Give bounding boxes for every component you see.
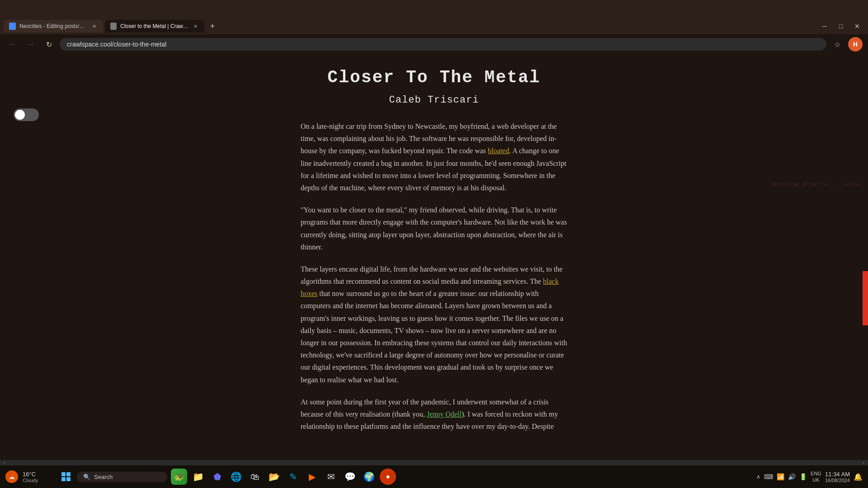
taskbar-icon-app1[interactable]: ⬟ <box>209 469 225 485</box>
address-bar[interactable]: crawlspace.cool/closer-to-the-metal <box>60 38 826 51</box>
taskbar-icon-chrome2[interactable]: ● <box>380 469 396 485</box>
tab-label-neocities: Neocities - Editing posts/2024 <box>19 23 87 29</box>
article-author: Caleb Triscari <box>301 94 567 106</box>
taskbar: ☁ 16°C Cloudy 🔍 Search 🐢 📁 ⬟ 🌐 <box>0 465 868 488</box>
paragraph-4: At some point during the first year of t… <box>301 396 567 433</box>
article-body: On a late-night car trip from Sydney to … <box>301 120 567 432</box>
start-button[interactable] <box>57 468 75 486</box>
taskbar-icon-edge[interactable]: 🌐 <box>228 469 244 485</box>
scrollbar-track[interactable] <box>9 461 859 465</box>
paragraph-3: These layers encase digital life, from t… <box>301 263 567 386</box>
notification-button[interactable]: 🔔 <box>854 473 863 481</box>
toggle-knob <box>15 110 25 120</box>
content-area: Closer To The Metal Caleb Triscari On a … <box>292 54 576 451</box>
weather-description: Cloudy <box>23 478 38 483</box>
system-tray: ∧ ⌨ 📶 🔊 🔋 <box>756 473 807 480</box>
tab-favicon-crawlspace <box>110 23 117 30</box>
tab-crawlspace[interactable]: Closer to the Metal | Crawlspa... ✕ <box>105 20 204 33</box>
weather-icon: ☁ <box>5 470 18 483</box>
forward-button[interactable]: → <box>24 37 38 52</box>
browser-chrome: Neocities - Editing posts/2024 ✕ Closer … <box>0 0 868 54</box>
clock-date: 16/08/2024 <box>825 478 850 483</box>
windows-icon <box>61 472 71 481</box>
profile-letter: H <box>853 41 858 48</box>
p3-text-before: These layers encase digital life, from t… <box>301 265 562 285</box>
taskbar-app-icons: 🐢 📁 ⬟ 🌐 🛍 📂 ✎ ▶ ✉ 💬 🌍 <box>171 469 396 485</box>
taskbar-icon-store[interactable]: 🛍 <box>247 469 263 485</box>
new-tab-button[interactable]: + <box>206 20 219 33</box>
tab-bar: Neocities - Editing posts/2024 ✕ Closer … <box>0 18 868 34</box>
article-title-bold: Metal <box>485 68 541 87</box>
taskbar-right: ∧ ⌨ 📶 🔊 🔋 ENG UK 11:34 AM 16/08/2024 🔔 <box>756 471 863 483</box>
weather-info: 16°C Cloudy <box>23 471 50 483</box>
bottom-scrollbar: ‹ › <box>0 460 868 465</box>
scrollbar-left-button[interactable]: ‹ <box>0 460 9 465</box>
toggle-container <box>14 108 39 121</box>
weather-widget[interactable]: ☁ 16°C Cloudy <box>5 470 55 483</box>
p3-text-after: that now surround us go to the heart of … <box>301 290 567 383</box>
back-icon: ← <box>9 40 16 48</box>
tab-close-neocities[interactable]: ✕ <box>91 23 98 30</box>
minimize-button[interactable]: ─ <box>817 19 832 33</box>
p2-text: "You want to be closer to the metal," my… <box>301 206 567 251</box>
tab-close-crawlspace[interactable]: ✕ <box>193 23 199 30</box>
bg-code-1: /#1/Code_Bloat"> ... </a> <box>770 181 859 188</box>
weather-temperature: 16°C <box>23 471 36 478</box>
tab-favicon-neocities <box>9 23 16 30</box>
paragraph-1: On a late-night car trip from Sydney to … <box>301 120 567 194</box>
keyboard-icon: ⌨ <box>764 473 773 480</box>
taskbar-icon-widget[interactable]: 🐢 <box>171 469 187 485</box>
battery-icon: 🔋 <box>799 473 807 480</box>
nav-bar: ← → ↻ crawlspace.cool/closer-to-the-meta… <box>0 34 868 54</box>
article-title: Closer To The Metal <box>301 68 567 87</box>
wifi-icon[interactable]: 📶 <box>777 473 784 480</box>
taskbar-icon-files2[interactable]: 📂 <box>266 469 282 485</box>
reload-button[interactable]: ↻ <box>42 37 56 52</box>
volume-icon[interactable]: 🔊 <box>788 473 796 480</box>
jenny-odell-link[interactable]: Jenny Odell <box>427 410 462 418</box>
taskbar-icon-discord[interactable]: 💬 <box>342 469 358 485</box>
back-button[interactable]: ← <box>5 37 20 52</box>
taskbar-icon-files[interactable]: 📁 <box>190 469 206 485</box>
page-content: /#1/Code_Bloat"> ... </a> //s... Closer … <box>0 54 868 465</box>
close-button[interactable]: ✕ <box>850 19 864 33</box>
search-icon: 🔍 <box>83 474 90 480</box>
system-tray-expand[interactable]: ∧ <box>756 474 760 480</box>
paragraph-2: "You want to be closer to the metal," my… <box>301 204 567 253</box>
scrollbar-right-button[interactable]: › <box>859 460 868 465</box>
tab-label-crawlspace: Closer to the Metal | Crawlspa... <box>120 23 189 29</box>
taskbar-search-label: Search <box>94 474 113 480</box>
locale-label: ENG <box>811 471 821 476</box>
theme-toggle[interactable] <box>14 108 39 121</box>
bg-code-2: //s... <box>828 334 854 343</box>
clock-time: 11:34 AM <box>825 471 850 478</box>
bloated-link[interactable]: bloated <box>488 147 509 155</box>
forward-icon: → <box>27 40 34 48</box>
taskbar-icon-media[interactable]: ▶ <box>304 469 320 485</box>
right-edge-element <box>863 271 868 325</box>
title-bar <box>0 0 868 18</box>
locale-region: UK <box>812 477 819 483</box>
bookmark-button[interactable]: ☆ <box>830 37 844 52</box>
taskbar-icon-mail[interactable]: ✉ <box>323 469 339 485</box>
maximize-button[interactable]: □ <box>834 19 848 33</box>
bookmark-icon: ☆ <box>834 40 840 49</box>
url-text: crawlspace.cool/closer-to-the-metal <box>67 41 166 48</box>
taskbar-icon-chrome[interactable]: 🌍 <box>361 469 377 485</box>
clock[interactable]: 11:34 AM 16/08/2024 <box>825 471 850 483</box>
reload-icon: ↻ <box>46 40 52 49</box>
taskbar-icon-app2[interactable]: ✎ <box>285 469 301 485</box>
taskbar-search[interactable]: 🔍 Search <box>77 472 167 482</box>
tab-neocities[interactable]: Neocities - Editing posts/2024 ✕ <box>4 20 103 33</box>
profile-button[interactable]: H <box>848 37 863 52</box>
